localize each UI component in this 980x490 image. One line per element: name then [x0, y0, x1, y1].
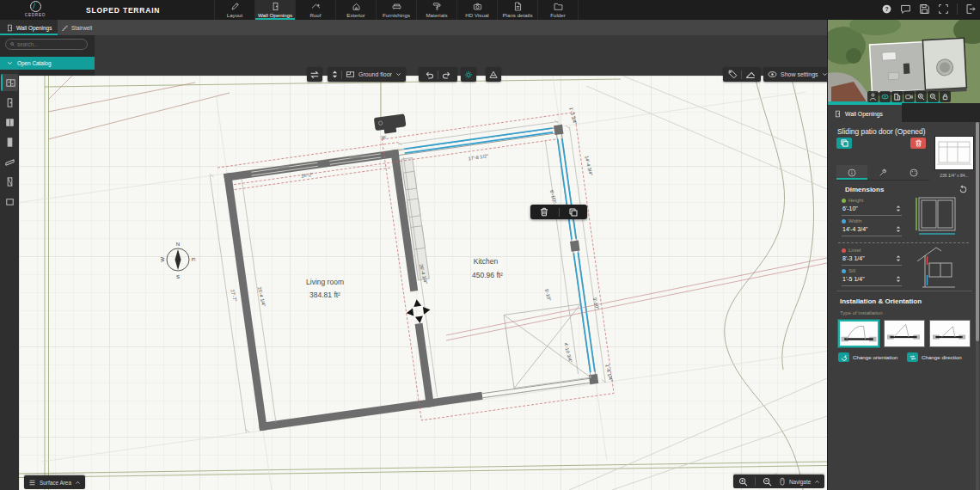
tab-layout[interactable]: Layout	[215, 0, 255, 20]
exit-icon[interactable]	[965, 3, 977, 15]
tab-furnishings[interactable]: Furnishings	[377, 0, 417, 20]
tab-wall-openings[interactable]: Wall Openings	[255, 0, 296, 20]
terrain-button[interactable]	[486, 67, 501, 82]
search-input[interactable]	[17, 41, 83, 47]
tag-icon[interactable]	[728, 70, 738, 79]
zoom-out-icon[interactable]	[763, 477, 772, 487]
change-direction-button[interactable]: Change direction	[907, 352, 962, 362]
open-catalog-button[interactable]: Open Catalog	[0, 57, 95, 70]
show-settings-dropdown[interactable]: Show settings	[763, 67, 832, 82]
redo-icon[interactable]	[442, 70, 452, 80]
tab-materials[interactable]: Materials	[417, 0, 457, 20]
reset-dimensions-icon[interactable]	[959, 185, 968, 194]
tool-garage-door[interactable]	[1, 153, 18, 170]
window-size-diagram	[912, 194, 962, 239]
eye-icon	[881, 93, 889, 101]
floor-plan-canvas[interactable]: 36' 17'-8 1/2" 1'-3 3/4" 14'-4 3/4" 16'-…	[19, 76, 827, 490]
roof-slope-icon[interactable]	[745, 70, 756, 80]
scrollbar-thumb[interactable]	[976, 122, 979, 341]
field-value[interactable]: 6'-10"	[842, 205, 858, 211]
duplicate-icon	[841, 139, 848, 147]
view-button[interactable]	[879, 91, 891, 102]
item-detail-tabs	[836, 165, 929, 181]
navigate-label: Navigate	[789, 479, 811, 485]
undo-icon[interactable]	[424, 70, 434, 80]
tab-folder[interactable]: Folder	[538, 0, 579, 20]
surface-area-button[interactable]: Surface Area	[24, 475, 85, 489]
selected-item-title: Sliding patio door (Opened)	[837, 127, 925, 136]
floor-stepper-icon[interactable]	[332, 70, 338, 79]
svg-text:?: ?	[885, 6, 888, 12]
annotation-group	[723, 67, 761, 82]
tab-label: Exterior	[346, 12, 364, 18]
tab-label: HD Visual	[465, 12, 488, 18]
show-settings-label: Show settings	[781, 71, 818, 77]
change-orientation-label: Change orientation	[853, 354, 897, 360]
fullscreen-icon[interactable]	[938, 3, 949, 15]
save-icon[interactable]	[919, 3, 930, 15]
dimension-label: 36'	[380, 134, 387, 140]
stepper-icon[interactable]	[896, 254, 901, 262]
lintel-field: Lintel 8'-3 1/4"	[842, 248, 902, 266]
tab-appearance[interactable]	[898, 165, 929, 180]
zoom-in-icon[interactable]	[738, 477, 748, 487]
window-controls: ?	[881, 3, 977, 15]
duplicate-icon[interactable]	[569, 208, 578, 217]
tab-plans-details[interactable]: Plans details	[498, 0, 538, 20]
niche-icon	[4, 196, 15, 207]
camera-view-button[interactable]	[903, 91, 915, 102]
render-button[interactable]	[461, 67, 476, 82]
room-name: Kitchen	[474, 257, 499, 266]
panel-tab-wall-openings[interactable]: Wall Openings	[828, 103, 902, 122]
tool-patio-door[interactable]	[1, 133, 18, 150]
field-value[interactable]: 8'-3 1/4"	[842, 255, 865, 261]
walkthrough-button[interactable]	[867, 91, 879, 102]
panel-scrollbar[interactable]	[976, 122, 979, 490]
installation-option-1[interactable]	[838, 320, 879, 347]
tab-roof[interactable]: Roof	[296, 0, 336, 20]
tab-hd-visual[interactable]: HD Visual	[457, 0, 498, 20]
tool-door[interactable]	[1, 94, 18, 111]
tool-opening[interactable]	[1, 173, 18, 190]
installation-option-2[interactable]	[884, 320, 925, 347]
search-box[interactable]	[5, 39, 88, 50]
3d-preview[interactable]	[828, 20, 980, 103]
zoom-controls	[733, 475, 777, 488]
project-title: SLOPED TERRAIN	[86, 6, 160, 15]
sync-icon	[309, 70, 320, 80]
navigate-button[interactable]: Navigate	[775, 475, 824, 488]
preview-zoom-in-button[interactable]	[916, 91, 927, 102]
subtab-stairwell[interactable]: Stairwell	[55, 20, 98, 35]
installation-option-3[interactable]	[929, 320, 971, 347]
duplicate-item-button[interactable]	[836, 138, 852, 149]
preview-zoom-out-button[interactable]	[928, 91, 939, 102]
height-dot	[842, 199, 846, 203]
delete-item-button[interactable]	[910, 138, 926, 149]
room-area: 384.81 ft²	[309, 291, 340, 299]
stepper-icon[interactable]	[896, 205, 901, 212]
field-value[interactable]: 1'-5 1/4"	[842, 276, 865, 282]
tool-window[interactable]	[1, 113, 18, 131]
sliding-door-icon	[5, 77, 16, 89]
change-orientation-button[interactable]: Change orientation	[838, 352, 897, 362]
direction-icon	[907, 352, 918, 362]
search-icon	[10, 41, 15, 47]
feedback-icon[interactable]	[900, 3, 911, 15]
item-thumbnail[interactable]	[934, 136, 974, 170]
floor-selector[interactable]: Ground floor	[328, 67, 406, 82]
tab-exterior[interactable]: Exterior	[336, 0, 377, 20]
tool-niche[interactable]	[1, 193, 18, 210]
help-icon[interactable]: ?	[881, 3, 892, 15]
tab-label: Roof	[309, 12, 321, 18]
stepper-icon[interactable]	[896, 275, 901, 283]
switch-view-button[interactable]	[307, 67, 322, 82]
tab-info[interactable]	[836, 165, 867, 180]
delete-icon[interactable]	[540, 207, 548, 217]
tab-settings[interactable]	[867, 165, 898, 180]
subtab-wall-openings[interactable]: Wall Openings	[0, 20, 58, 35]
stepper-icon[interactable]	[896, 225, 901, 233]
building-view-button[interactable]	[891, 91, 903, 102]
field-value[interactable]: 14'-4 3/4"	[842, 226, 868, 232]
lock-view-button[interactable]	[940, 91, 951, 102]
tool-sliding-door[interactable]	[1, 74, 18, 91]
